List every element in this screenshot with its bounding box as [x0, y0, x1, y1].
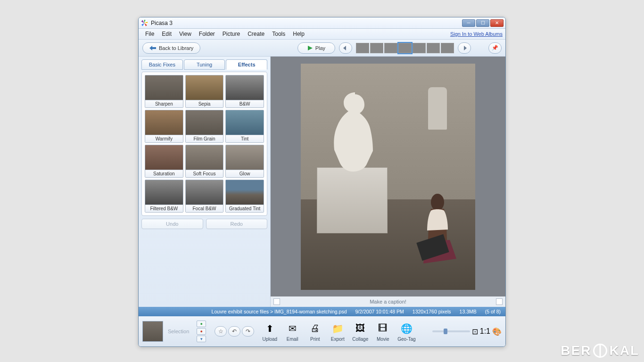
- effect-film-grain[interactable]: Film Grain: [185, 110, 224, 143]
- status-path: Louvre exhibit source files > IMG_8194-w…: [212, 309, 347, 314]
- play-icon: [308, 46, 313, 50]
- effect-sharpen[interactable]: Sharpen: [145, 75, 183, 108]
- caption-input[interactable]: Make a caption!: [280, 299, 496, 304]
- filmstrip-thumb[interactable]: [370, 43, 383, 53]
- prev-image-button[interactable]: [339, 42, 352, 54]
- menu-edit[interactable]: Edit: [158, 31, 175, 37]
- watermark: BER KAL: [561, 343, 639, 358]
- effect-label: Sharpen: [145, 100, 183, 107]
- menu-file[interactable]: File: [141, 31, 158, 37]
- tab-tuning[interactable]: Tuning: [184, 59, 225, 70]
- menu-view[interactable]: View: [175, 31, 195, 37]
- clear-selection-button[interactable]: ●: [197, 328, 206, 335]
- minimize-button[interactable]: ─: [462, 19, 475, 27]
- effect-focal-b-w[interactable]: Focal B&W: [185, 180, 224, 213]
- selection-thumb[interactable]: [142, 321, 163, 342]
- watermark-logo-icon: [593, 344, 607, 358]
- menu-picture[interactable]: Picture: [219, 31, 244, 37]
- action-label: Geo-Tag: [397, 337, 415, 342]
- geotag-icon: 🌐: [398, 321, 414, 336]
- filmstrip-thumb[interactable]: [441, 43, 454, 53]
- effect-label: Film Grain: [186, 135, 223, 142]
- menu-bar: File Edit View Folder Picture Create Too…: [139, 29, 505, 40]
- action-bar: ⬆Upload✉Email🖨Print📁Export🖼Collage🎞Movie…: [262, 321, 415, 342]
- pin-icon: 📌: [492, 45, 498, 51]
- effect-saturation[interactable]: Saturation: [145, 145, 183, 178]
- effect-warmify[interactable]: Warmify: [145, 110, 183, 143]
- body: Basic Fixes Tuning Effects SharpenSepiaB…: [139, 57, 505, 307]
- titlebar: Picasa 3 ─ ☐ ✕: [139, 17, 505, 29]
- fullscreen-button[interactable]: [496, 298, 503, 305]
- tab-basic-fixes[interactable]: Basic Fixes: [141, 59, 183, 70]
- next-image-button[interactable]: [458, 42, 471, 54]
- histogram-button[interactable]: [273, 298, 280, 305]
- play-label: Play: [315, 45, 325, 51]
- movie-icon: 🎞: [375, 321, 391, 336]
- menu-folder[interactable]: Folder: [195, 31, 219, 37]
- action-export[interactable]: 📁Export: [330, 321, 346, 342]
- filmstrip-thumb[interactable]: [413, 43, 426, 53]
- effect-label: Focal B&W: [186, 205, 223, 212]
- undo-button[interactable]: Undo: [141, 219, 203, 229]
- effect-tint[interactable]: Tint: [225, 110, 264, 143]
- status-dimensions: 1320x1760 pixels: [413, 309, 451, 314]
- actual-size-button[interactable]: 1:1: [480, 327, 490, 336]
- selection-buttons: ● ● ▾: [197, 321, 206, 342]
- menu-create[interactable]: Create: [244, 31, 268, 37]
- bottom-bar: Selection ● ● ▾ ☆ ↶ ↷ ⬆Upload✉Email🖨Prin…: [139, 316, 505, 346]
- action-email[interactable]: ✉Email: [284, 321, 300, 342]
- status-size: 13.3MB: [460, 309, 477, 314]
- effect-glow[interactable]: Glow: [225, 145, 264, 178]
- filmstrip-thumb[interactable]: [356, 43, 369, 53]
- action-movie[interactable]: 🎞Movie: [375, 321, 391, 342]
- menu-help[interactable]: Help: [289, 31, 308, 37]
- menu-tools[interactable]: Tools: [268, 31, 289, 37]
- svg-point-1: [431, 194, 444, 211]
- hold-selection-button[interactable]: ●: [197, 321, 206, 327]
- tab-effects[interactable]: Effects: [226, 59, 267, 70]
- color-manage-button[interactable]: 🎨: [492, 327, 502, 336]
- action-collage[interactable]: 🖼Collage: [352, 321, 368, 342]
- effect-filtered-b-w[interactable]: Filtered B&W: [145, 180, 183, 213]
- back-to-library-button[interactable]: Back to Library: [142, 42, 200, 54]
- image-area[interactable]: [271, 57, 505, 296]
- effect-soft-focus[interactable]: Soft Focus: [185, 145, 224, 178]
- effect-graduated-tint[interactable]: Graduated Tint: [225, 180, 264, 213]
- play-button[interactable]: Play: [297, 42, 335, 54]
- tray-menu-button[interactable]: ▾: [197, 336, 206, 342]
- image-viewer: Make a caption!: [271, 57, 505, 307]
- effect-sepia[interactable]: Sepia: [185, 75, 224, 108]
- redo-button[interactable]: Redo: [206, 219, 268, 229]
- fit-button[interactable]: ⊡: [472, 327, 478, 336]
- filmstrip-thumb[interactable]: [384, 43, 397, 53]
- selection-label: Selection: [168, 329, 189, 334]
- rotate-left-button[interactable]: ↶: [228, 326, 240, 337]
- star-button[interactable]: ☆: [215, 326, 227, 337]
- export-icon: 📁: [330, 321, 346, 336]
- zoom-slider[interactable]: [432, 330, 470, 332]
- window-controls: ─ ☐ ✕: [462, 19, 504, 27]
- hold-button[interactable]: 📌: [488, 42, 502, 54]
- filmstrip-thumb[interactable]: [398, 43, 412, 53]
- watermark-text-before: BER: [561, 343, 591, 358]
- maximize-button[interactable]: ☐: [476, 19, 489, 27]
- edit-panel: Basic Fixes Tuning Effects SharpenSepiaB…: [139, 57, 271, 307]
- rotate-right-button[interactable]: ↷: [242, 326, 254, 337]
- action-label: Print: [310, 337, 320, 342]
- action-print[interactable]: 🖨Print: [307, 321, 323, 342]
- action-upload[interactable]: ⬆Upload: [262, 321, 278, 342]
- status-bar: Louvre exhibit source files > IMG_8194-w…: [139, 307, 505, 316]
- filmstrip-thumb[interactable]: [427, 43, 440, 53]
- filmstrip: [356, 43, 454, 53]
- close-button[interactable]: ✕: [490, 19, 504, 27]
- email-icon: ✉: [284, 321, 300, 336]
- edit-tabs: Basic Fixes Tuning Effects: [141, 59, 267, 70]
- sign-in-link[interactable]: Sign In to Web Albums: [450, 31, 503, 37]
- action-geotag[interactable]: 🌐Geo-Tag: [397, 321, 415, 342]
- effect-label: Sepia: [186, 100, 223, 107]
- picasa-icon: [140, 19, 148, 27]
- effect-label: Glow: [226, 170, 264, 177]
- status-position: (5 of 8): [485, 309, 501, 314]
- effect-label: Saturation: [145, 170, 183, 177]
- effect-b-w[interactable]: B&W: [225, 75, 264, 108]
